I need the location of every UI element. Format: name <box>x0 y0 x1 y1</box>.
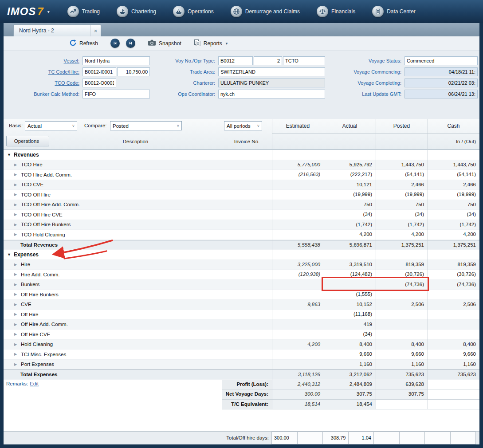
nav-item-demurrage-and-claims[interactable]: Demurrage and Claims <box>231 6 300 17</box>
cell-invoice <box>222 170 272 180</box>
column-header-actual: Actual <box>324 119 376 133</box>
expand-arrow-icon[interactable]: ▼ <box>7 153 14 157</box>
tc-code-hire-label[interactable]: TC Code/Hire: <box>5 69 82 75</box>
pnl-row-tco-hire-add-comm[interactable]: ▶ TCO Hire Add. Comm. (216,563) (222,217… <box>4 170 479 180</box>
pnl-row-off-hire-add-comm[interactable]: ▶ Off Hire Add. Comm. 419 <box>4 320 479 330</box>
vessel-field[interactable] <box>82 56 150 65</box>
expand-arrow-icon[interactable]: ▶ <box>14 232 21 236</box>
pnl-row-revenues[interactable]: ▼ Revenues <box>4 150 479 160</box>
nav-item-financials[interactable]: Financials <box>317 6 355 17</box>
voyage-number-field[interactable] <box>218 56 253 65</box>
cell-actual: 10,152 <box>324 300 376 310</box>
expand-arrow-icon[interactable]: ▶ <box>14 263 21 267</box>
pnl-row-hire-add-comm[interactable]: ▶ Hire Add. Comm. (120,938) (124,482) (3… <box>4 270 479 280</box>
row-description-cell: ▶ Off Hire Add. Comm. <box>4 320 222 330</box>
pnl-row-bunkers[interactable]: ▶ Bunkers (74,736) (74,736) <box>4 280 479 290</box>
operations-icon <box>173 6 185 17</box>
cell-actual: (11,168) <box>324 310 376 319</box>
trade-area-field[interactable] <box>218 67 325 76</box>
snapshot-button[interactable]: Snapshot <box>148 39 181 47</box>
pnl-row-tco-hire[interactable]: ▶ TCO Hire 5,775,000 5,925,792 1,443,750… <box>4 160 479 170</box>
compare-label: Compare: <box>84 123 107 128</box>
expand-arrow-icon[interactable]: ▶ <box>14 352 21 356</box>
cell-actual: 4,200 <box>324 230 376 240</box>
cell-posted: 819,359 <box>376 260 428 270</box>
pnl-row-port-expenses[interactable]: ▶ Port Expenses 1,160 1,160 1,160 <box>4 360 479 370</box>
tab-close-icon[interactable] <box>90 25 101 36</box>
pnl-row-off-hire-bunkers[interactable]: ▶ Off Hire Bunkers (1,555) <box>4 290 479 300</box>
cell-actual: (34) <box>324 210 376 220</box>
nav-item-trading[interactable]: Trading <box>67 6 100 17</box>
opr-type-field[interactable] <box>283 56 325 65</box>
tc-code-field[interactable] <box>82 67 116 76</box>
nav-items: Trading Chartering Operations Demurrage … <box>67 6 416 17</box>
compare-dropdown[interactable]: Posted <box>110 121 182 130</box>
bunker-calc-method-field[interactable] <box>82 90 150 98</box>
pnl-row-tco-off-hire[interactable]: ▶ TCO Off Hire (19,999) (19,999) (19,999… <box>4 190 479 200</box>
tc-hire-field[interactable] <box>117 67 150 76</box>
tco-code-label[interactable]: TCO Code: <box>5 80 82 86</box>
pnl-row-total-expenses[interactable]: Total Expenses 3,118,126 3,212,062 735,6… <box>4 369 479 380</box>
tco-code-field[interactable] <box>82 79 116 87</box>
expand-arrow-icon[interactable]: ▶ <box>14 283 21 287</box>
nav-item-operations[interactable]: Operations <box>173 6 214 17</box>
first-record-button[interactable] <box>110 39 120 48</box>
pnl-row-tco-cve[interactable]: ▶ TCO CVE 10,121 2,466 2,466 <box>4 180 479 190</box>
expand-arrow-icon[interactable]: ▶ <box>14 203 21 207</box>
row-description-cell: ▶ Off Hire CVE <box>4 330 222 339</box>
expand-arrow-icon[interactable]: ▶ <box>14 292 21 296</box>
basis-dropdown[interactable]: Actual <box>25 121 77 130</box>
cell-estimated <box>272 290 324 299</box>
last-record-button[interactable] <box>126 39 135 48</box>
expand-arrow-icon[interactable]: ▶ <box>14 312 21 316</box>
summary-estimated: 300.00 <box>272 389 324 399</box>
expand-arrow-icon[interactable]: ▶ <box>14 362 21 366</box>
logo-menu-caret-icon[interactable] <box>47 9 50 14</box>
expand-arrow-icon[interactable]: ▶ <box>14 272 21 276</box>
operations-dropdown-button[interactable]: Operations <box>6 136 49 146</box>
pnl-row-hire[interactable]: ▶ Hire 3,225,000 3,319,510 819,359 819,3… <box>4 260 479 270</box>
expand-arrow-icon[interactable]: ▶ <box>14 163 21 167</box>
remarks-edit-link[interactable]: Edit <box>30 381 39 386</box>
pnl-row-off-hire-cve[interactable]: ▶ Off Hire CVE (34) <box>4 330 479 340</box>
nav-item-chartering[interactable]: Chartering <box>117 6 156 17</box>
tab-nord-hydra-2[interactable]: Nord Hydra - 2 <box>13 24 101 36</box>
pnl-row-tco-hold-cleaning[interactable]: ▶ TCO Hold Cleaning 4,200 4,200 4,200 <box>4 230 479 240</box>
voyage-commencing-label: Voyage Commencing: <box>326 69 404 75</box>
pnl-row-hold-cleaning[interactable]: ▶ Hold Cleaning 4,200 8,400 8,400 8,400 <box>4 340 479 350</box>
expand-arrow-icon[interactable]: ▶ <box>14 193 21 196</box>
expand-arrow-icon[interactable]: ▼ <box>7 252 14 257</box>
reports-button[interactable]: Reports <box>194 39 228 48</box>
refresh-button[interactable]: Refresh <box>69 39 98 48</box>
expand-arrow-icon[interactable]: ▶ <box>14 322 21 326</box>
chevron-down-icon <box>174 124 179 128</box>
pnl-row-tco-off-hire-cve[interactable]: ▶ TCO Off Hire CVE (34) (34) (34) <box>4 210 479 220</box>
periods-dropdown[interactable]: All periods <box>224 121 262 130</box>
cell-posted <box>376 330 428 339</box>
nav-item-data-center[interactable]: Data Center <box>372 6 416 17</box>
voyage-seq-field[interactable] <box>254 56 282 65</box>
voyage-status-field[interactable] <box>404 56 478 65</box>
expand-arrow-icon[interactable]: ▶ <box>14 223 21 227</box>
pnl-row-cve[interactable]: ▶ CVE 9,863 10,152 2,506 2,506 <box>4 300 479 310</box>
pnl-row-tco-off-hire-bunkers[interactable]: ▶ TCO Off Hire Bunkers (1,742) (1,742) (… <box>4 220 479 230</box>
charterer-field[interactable] <box>218 79 325 87</box>
pnl-row-total-revenues[interactable]: Total Revenues 5,558,438 5,696,871 1,375… <box>4 240 479 250</box>
ops-coordinator-label: Ops Coordinator: <box>153 91 218 97</box>
row-label: TCO Off Hire <box>21 192 51 197</box>
expand-arrow-icon[interactable]: ▶ <box>14 303 21 307</box>
expand-arrow-icon[interactable]: ▶ <box>14 332 21 336</box>
expand-arrow-icon[interactable]: ▶ <box>14 212 21 216</box>
column-header-description: Description <box>49 133 222 150</box>
pnl-row-tco-off-hire-add-comm[interactable]: ▶ TCO Off Hire Add. Comm. 750 750 750 <box>4 200 479 210</box>
pnl-row-off-hire[interactable]: ▶ Off Hire (11,168) <box>4 310 479 320</box>
vessel-label[interactable]: Vessel: <box>5 58 82 63</box>
expand-arrow-icon[interactable]: ▶ <box>14 183 21 187</box>
expand-arrow-icon[interactable]: ▶ <box>14 342 21 346</box>
bottom-cell-6 <box>424 432 451 444</box>
cell-actual: (1,742) <box>324 220 376 230</box>
expand-arrow-icon[interactable]: ▶ <box>14 173 21 177</box>
pnl-row-tci-misc-expenses[interactable]: ▶ TCI Misc. Expenses 9,660 9,660 9,660 <box>4 350 479 360</box>
ops-coordinator-field[interactable] <box>218 90 325 98</box>
pnl-row-expenses[interactable]: ▼ Expenses <box>4 250 479 260</box>
